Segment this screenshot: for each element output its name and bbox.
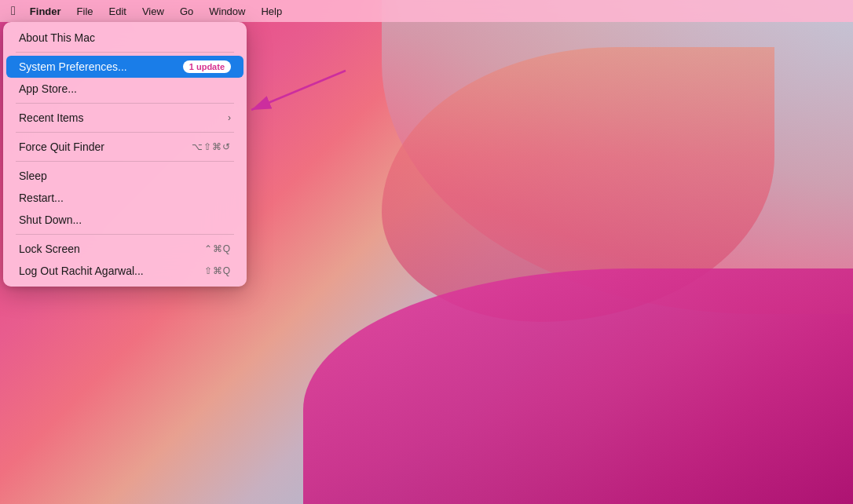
apple-menu-dropdown: About This Mac System Preferences... 1 u… <box>3 22 247 287</box>
separator-4 <box>16 161 234 162</box>
menu-item-lock-screen-shortcut: ⌃⌘Q <box>204 243 231 254</box>
menu-item-lock-screen-label: Lock Screen <box>19 243 80 255</box>
menubar-go[interactable]: Go <box>174 4 200 19</box>
menubar-file[interactable]: File <box>71 4 100 19</box>
separator-1 <box>16 52 234 53</box>
menu-item-sleep-label: Sleep <box>19 170 47 182</box>
update-badge: 1 update <box>183 60 231 73</box>
menu-item-force-quit-label: Force Quit Finder <box>19 141 104 153</box>
menu-item-shut-down-label: Shut Down... <box>19 214 82 226</box>
menu-item-restart-label: Restart... <box>19 192 64 204</box>
separator-3 <box>16 132 234 133</box>
wallpaper-shape-3 <box>303 268 853 504</box>
menu-item-sleep[interactable]: Sleep <box>6 165 243 187</box>
menu-item-system-prefs-label: System Preferences... <box>19 60 127 73</box>
menu-item-about-label: About This Mac <box>19 31 95 44</box>
menu-item-shut-down[interactable]: Shut Down... <box>6 209 243 231</box>
menu-item-system-prefs[interactable]: System Preferences... 1 update <box>6 56 243 78</box>
menubar:  Finder File Edit View Go Window Help <box>0 0 853 22</box>
menu-item-lock-screen[interactable]: Lock Screen ⌃⌘Q <box>6 238 243 260</box>
menu-item-log-out-label: Log Out Rachit Agarwal... <box>19 265 144 277</box>
menu-item-force-quit[interactable]: Force Quit Finder ⌥⇧⌘↺ <box>6 136 243 158</box>
menubar-finder[interactable]: Finder <box>24 4 68 19</box>
menu-item-recent-items-label: Recent Items <box>19 111 83 124</box>
chevron-right-icon: › <box>228 112 231 123</box>
menubar-help[interactable]: Help <box>254 4 288 19</box>
menubar-view[interactable]: View <box>136 4 170 19</box>
menu-item-force-quit-shortcut: ⌥⇧⌘↺ <box>192 141 231 152</box>
menu-item-about[interactable]: About This Mac <box>6 27 243 49</box>
apple-menu-button[interactable]:  <box>6 2 20 20</box>
menu-item-recent-items[interactable]: Recent Items › <box>6 107 243 129</box>
separator-5 <box>16 234 234 235</box>
menu-item-app-store[interactable]: App Store... <box>6 78 243 100</box>
menu-item-log-out[interactable]: Log Out Rachit Agarwal... ⇧⌘Q <box>6 260 243 282</box>
menubar-edit[interactable]: Edit <box>103 4 133 19</box>
menubar-window[interactable]: Window <box>203 4 251 19</box>
separator-2 <box>16 103 234 104</box>
update-badge-container: 1 update <box>183 60 231 73</box>
menu-item-log-out-shortcut: ⇧⌘Q <box>204 265 231 276</box>
menu-item-restart[interactable]: Restart... <box>6 187 243 209</box>
menu-item-app-store-label: App Store... <box>19 82 77 95</box>
